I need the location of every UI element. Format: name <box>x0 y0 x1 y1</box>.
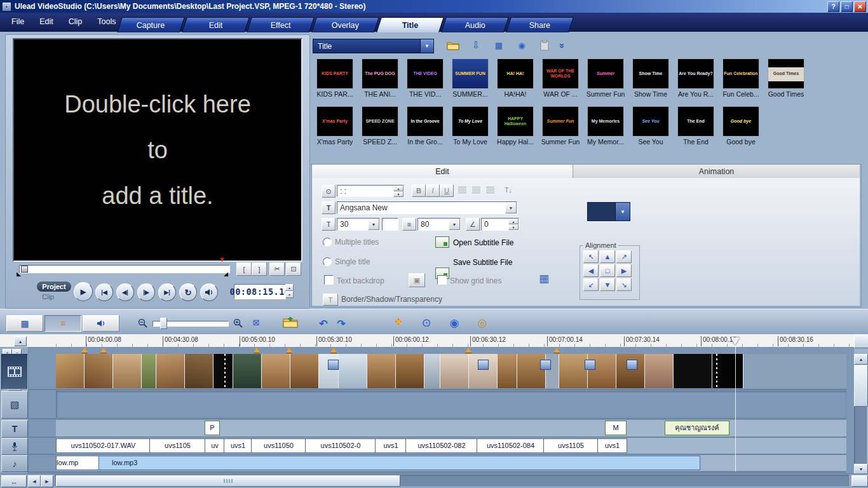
voice-clip[interactable]: uv <box>205 438 225 453</box>
duration-field[interactable]: : : ▴ ▾ <box>337 185 404 197</box>
scrubber-handle[interactable] <box>21 266 28 273</box>
font-size-dropdown[interactable]: 30 ▼ <box>337 218 380 231</box>
gallery-thumbnail[interactable]: THE VIDEO THE VID... <box>404 58 446 98</box>
help-button[interactable]: ? <box>827 1 839 12</box>
chapter-marker-icon[interactable] <box>553 348 560 353</box>
line-spacing-dropdown[interactable]: 80 ▼ <box>417 218 461 231</box>
audio-view-button[interactable] <box>83 315 119 332</box>
storyboard-view-button[interactable]: ▦ <box>6 315 43 332</box>
thumbnail-image[interactable]: My Memories <box>587 106 624 137</box>
chapter-marker-icon[interactable] <box>100 348 107 353</box>
backdrop-color-swatch[interactable] <box>587 202 616 221</box>
vertical-scrollbar-thumb[interactable] <box>854 365 868 407</box>
video-clip-thumbnail[interactable] <box>233 354 262 388</box>
menu-item[interactable]: File <box>11 17 24 26</box>
font-size-arrow-icon[interactable]: ▼ <box>368 219 379 230</box>
timecode-down-icon[interactable]: ▾ <box>285 291 294 298</box>
thumbnail-image[interactable]: Summer Fun <box>542 106 579 137</box>
title-clip[interactable]: P <box>205 421 220 435</box>
video-clip-thumbnail[interactable] <box>498 354 517 388</box>
overlay-track[interactable] <box>56 391 846 417</box>
enlarge-preview-button[interactable]: ⊡ <box>286 262 301 276</box>
gallery-thumbnail[interactable]: HA! HA! HA!HA! <box>494 58 536 98</box>
transition-icon[interactable] <box>627 360 637 370</box>
alignment-arrow-button[interactable]: ↙ <box>583 278 599 291</box>
video-clip-thumbnail[interactable] <box>113 354 142 388</box>
title-track-button[interactable]: T <box>1 420 28 438</box>
mark-out-button[interactable]: ] <box>252 262 267 276</box>
video-clip-thumbnail[interactable] <box>645 354 674 388</box>
text-backdrop-checkbox[interactable] <box>324 275 334 285</box>
trim-start-handle[interactable]: ◣ <box>17 271 21 277</box>
menu-item[interactable]: Clip <box>69 17 83 26</box>
preview-screen[interactable]: Double-click here to add a title. <box>13 38 302 262</box>
home-button[interactable]: |◀ <box>95 283 113 301</box>
thumbnail-image[interactable]: X'mas Party <box>316 106 353 137</box>
film-reel-icon[interactable]: ◉ <box>445 314 464 332</box>
thumbnail-image[interactable]: Fun Celebration <box>722 58 759 89</box>
scroll-left-icon[interactable]: ◀ <box>28 475 41 487</box>
gallery-category-dropdown[interactable]: Title <box>313 39 425 53</box>
transition-icon[interactable] <box>585 360 595 370</box>
gallery-thumbnail[interactable]: HAPPY Halloween Happy Hal... <box>494 106 536 146</box>
collapse-ruler-icon[interactable]: ▲ <box>14 336 27 346</box>
scroll-right-icon[interactable]: ▶ <box>41 475 53 487</box>
step-tab[interactable]: Capture <box>117 17 185 32</box>
voice-track-button[interactable] <box>1 438 28 455</box>
video-clip-thumbnail[interactable] <box>396 354 424 388</box>
end-button[interactable]: ▶| <box>158 283 176 301</box>
menu-item[interactable]: Edit <box>39 17 53 26</box>
step-tab[interactable]: Edit <box>182 17 250 32</box>
insert-media-folder-icon[interactable] <box>281 314 300 330</box>
thumbnail-image[interactable]: To My Love <box>452 106 489 137</box>
gallery-thumbnail[interactable]: KIDS PARTY KIDS PAR... <box>314 58 356 98</box>
trim-end-handle[interactable]: ◢ <box>224 271 228 277</box>
video-clip-thumbnail[interactable] <box>674 354 712 388</box>
video-clip-thumbnail[interactable] <box>56 354 85 388</box>
thumbnail-image[interactable]: The End <box>677 106 714 137</box>
voice-track[interactable]: uvs110502-017.WAVuvs1105uvuvs1uvs11050uv… <box>56 438 846 454</box>
video-clip-thumbnail[interactable] <box>85 354 113 388</box>
clip-mode-button[interactable]: Clip <box>42 293 54 301</box>
music-clip[interactable]: low.mp3 <box>98 456 700 470</box>
bold-button[interactable]: B <box>412 184 426 197</box>
alignment-arrow-button[interactable]: ↗ <box>616 250 632 263</box>
redo-icon[interactable]: ↷ <box>332 315 351 332</box>
chapter-marker-icon[interactable] <box>286 348 292 353</box>
duration-up-icon[interactable]: ▴ <box>393 186 403 191</box>
gallery-thumbnail[interactable]: My Memories My Memor... <box>585 106 627 146</box>
gallery-thumbnail[interactable]: To My Love To My Love <box>449 106 491 146</box>
timeline-view-button[interactable]: ≡ <box>44 315 81 332</box>
video-clip-thumbnail[interactable] <box>712 354 743 388</box>
music-clip[interactable]: low.mp <box>56 456 99 470</box>
chapter-marker-icon[interactable] <box>465 348 471 353</box>
step-tab[interactable]: Title <box>376 17 444 32</box>
thumbnail-image[interactable]: Show Time <box>632 58 669 89</box>
angle-stepper[interactable]: ▴ ▾ <box>508 219 519 230</box>
thumbnail-image[interactable]: SUMMER FUN <box>452 58 489 89</box>
gallery-thumbnail[interactable]: Summer Summer Fun <box>585 58 627 98</box>
zoom-out-icon[interactable] <box>137 318 149 329</box>
thumbnail-image[interactable]: See You <box>632 106 669 137</box>
transition-icon[interactable] <box>328 360 339 370</box>
mark-in-button[interactable]: [ <box>236 262 252 276</box>
angle-down-icon[interactable]: ▾ <box>508 224 519 230</box>
previous-frame-button[interactable]: ◀| <box>116 283 134 301</box>
video-track[interactable] <box>56 354 846 388</box>
next-frame-button[interactable]: |▶ <box>137 283 155 301</box>
repeat-button[interactable]: ↻ <box>179 283 197 301</box>
underline-button[interactable]: U <box>440 184 454 197</box>
video-clip-thumbnail[interactable] <box>424 354 440 388</box>
expand-gallery-chevrons-icon[interactable]: » <box>557 39 569 52</box>
timecode-display[interactable]: 00:08:15.16 <box>234 284 286 299</box>
duration-down-icon[interactable]: ▾ <box>393 191 403 197</box>
scrubber-bar[interactable] <box>19 265 230 273</box>
voice-clip[interactable]: uvs1 <box>224 438 252 453</box>
volume-button[interactable] <box>200 283 218 301</box>
overlay-track-button[interactable]: ▧ <box>1 391 28 419</box>
grid-lines-icon[interactable]: ▦ <box>536 271 552 285</box>
gallery-dropdown-arrow-icon[interactable]: ▼ <box>420 39 434 53</box>
gallery-thumbnail[interactable]: The End The End <box>675 106 717 146</box>
duration-stepper[interactable]: ▴ ▾ <box>393 186 403 196</box>
step-tab[interactable]: Audio <box>441 17 509 32</box>
